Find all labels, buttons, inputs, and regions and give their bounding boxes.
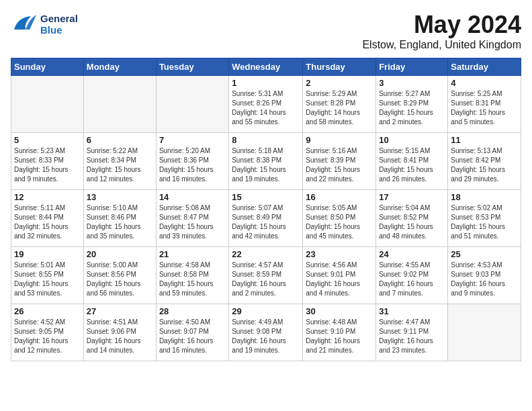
calendar-header-row: SundayMondayTuesdayWednesdayThursdayFrid… bbox=[11, 58, 521, 76]
day-info: Sunrise: 4:47 AMSunset: 9:11 PMDaylight:… bbox=[379, 318, 445, 355]
calendar-cell bbox=[156, 76, 228, 133]
calendar-cell: 23Sunrise: 4:56 AMSunset: 9:01 PMDayligh… bbox=[303, 247, 376, 304]
calendar-cell: 18Sunrise: 5:02 AMSunset: 8:53 PMDayligh… bbox=[448, 190, 521, 247]
day-number: 1 bbox=[232, 78, 300, 88]
month-title: May 2024 bbox=[362, 11, 521, 39]
day-number: 7 bbox=[159, 135, 226, 145]
calendar-cell: 30Sunrise: 4:48 AMSunset: 9:10 PMDayligh… bbox=[303, 304, 376, 361]
day-number: 17 bbox=[379, 192, 445, 202]
day-info: Sunrise: 4:48 AMSunset: 9:10 PMDaylight:… bbox=[306, 318, 373, 355]
calendar-cell bbox=[11, 76, 84, 133]
day-info: Sunrise: 5:05 AMSunset: 8:50 PMDaylight:… bbox=[306, 203, 373, 241]
calendar-cell: 13Sunrise: 5:10 AMSunset: 8:46 PMDayligh… bbox=[83, 190, 156, 247]
day-number: 11 bbox=[451, 135, 518, 145]
day-info: Sunrise: 5:11 AMSunset: 8:44 PMDaylight:… bbox=[14, 203, 81, 241]
day-info: Sunrise: 5:15 AMSunset: 8:41 PMDaylight:… bbox=[379, 146, 445, 184]
calendar-cell: 20Sunrise: 5:00 AMSunset: 8:56 PMDayligh… bbox=[83, 247, 156, 304]
week-row-3: 12Sunrise: 5:11 AMSunset: 8:44 PMDayligh… bbox=[11, 190, 521, 247]
page-header: General Blue May 2024 Elstow, England, U… bbox=[11, 11, 521, 51]
day-info: Sunrise: 5:02 AMSunset: 8:53 PMDaylight:… bbox=[451, 203, 518, 241]
day-number: 13 bbox=[87, 192, 153, 202]
day-info: Sunrise: 5:08 AMSunset: 8:47 PMDaylight:… bbox=[159, 203, 226, 241]
weekday-header-saturday: Saturday bbox=[448, 58, 521, 76]
calendar-cell: 16Sunrise: 5:05 AMSunset: 8:50 PMDayligh… bbox=[303, 190, 376, 247]
day-number: 20 bbox=[87, 249, 153, 259]
day-number: 16 bbox=[306, 192, 373, 202]
day-info: Sunrise: 4:58 AMSunset: 8:58 PMDaylight:… bbox=[159, 261, 226, 298]
day-number: 22 bbox=[232, 249, 300, 259]
day-info: Sunrise: 5:18 AMSunset: 8:38 PMDaylight:… bbox=[232, 146, 300, 184]
day-number: 6 bbox=[87, 135, 153, 145]
calendar-cell bbox=[83, 76, 156, 133]
calendar-cell: 26Sunrise: 4:52 AMSunset: 9:05 PMDayligh… bbox=[11, 304, 84, 361]
day-info: Sunrise: 5:27 AMSunset: 8:29 PMDaylight:… bbox=[379, 89, 445, 127]
weekday-header-tuesday: Tuesday bbox=[156, 58, 228, 76]
week-row-5: 26Sunrise: 4:52 AMSunset: 9:05 PMDayligh… bbox=[11, 304, 521, 361]
day-info: Sunrise: 4:57 AMSunset: 8:59 PMDaylight:… bbox=[232, 261, 300, 298]
day-info: Sunrise: 5:25 AMSunset: 8:31 PMDaylight:… bbox=[451, 89, 518, 127]
week-row-2: 5Sunrise: 5:23 AMSunset: 8:33 PMDaylight… bbox=[11, 133, 521, 190]
week-row-4: 19Sunrise: 5:01 AMSunset: 8:55 PMDayligh… bbox=[11, 247, 521, 304]
day-number: 10 bbox=[379, 135, 445, 145]
calendar-cell: 31Sunrise: 4:47 AMSunset: 9:11 PMDayligh… bbox=[376, 304, 448, 361]
calendar-cell: 19Sunrise: 5:01 AMSunset: 8:55 PMDayligh… bbox=[11, 247, 84, 304]
calendar-cell: 1Sunrise: 5:31 AMSunset: 8:26 PMDaylight… bbox=[229, 76, 303, 133]
day-number: 27 bbox=[87, 306, 153, 316]
day-info: Sunrise: 4:49 AMSunset: 9:08 PMDaylight:… bbox=[232, 318, 300, 355]
calendar-cell bbox=[448, 304, 521, 361]
day-number: 28 bbox=[159, 306, 226, 316]
day-number: 14 bbox=[159, 192, 226, 202]
day-info: Sunrise: 4:56 AMSunset: 9:01 PMDaylight:… bbox=[306, 261, 373, 298]
calendar-cell: 15Sunrise: 5:07 AMSunset: 8:49 PMDayligh… bbox=[229, 190, 303, 247]
day-number: 5 bbox=[14, 135, 81, 145]
day-info: Sunrise: 5:04 AMSunset: 8:52 PMDaylight:… bbox=[379, 203, 445, 241]
day-info: Sunrise: 5:01 AMSunset: 8:55 PMDaylight:… bbox=[14, 261, 81, 298]
day-number: 12 bbox=[14, 192, 81, 202]
logo-bird-icon bbox=[11, 11, 38, 38]
calendar-cell: 21Sunrise: 4:58 AMSunset: 8:58 PMDayligh… bbox=[156, 247, 228, 304]
day-info: Sunrise: 5:23 AMSunset: 8:33 PMDaylight:… bbox=[14, 146, 81, 184]
day-info: Sunrise: 4:53 AMSunset: 9:03 PMDaylight:… bbox=[451, 261, 518, 298]
calendar-cell: 25Sunrise: 4:53 AMSunset: 9:03 PMDayligh… bbox=[448, 247, 521, 304]
weekday-header-monday: Monday bbox=[83, 58, 156, 76]
day-info: Sunrise: 5:29 AMSunset: 8:28 PMDaylight:… bbox=[306, 89, 373, 127]
day-number: 19 bbox=[14, 249, 81, 259]
calendar-cell: 28Sunrise: 4:50 AMSunset: 9:07 PMDayligh… bbox=[156, 304, 228, 361]
day-info: Sunrise: 5:16 AMSunset: 8:39 PMDaylight:… bbox=[306, 146, 373, 184]
day-number: 15 bbox=[232, 192, 300, 202]
calendar-cell: 14Sunrise: 5:08 AMSunset: 8:47 PMDayligh… bbox=[156, 190, 228, 247]
weekday-header-thursday: Thursday bbox=[303, 58, 376, 76]
day-info: Sunrise: 5:13 AMSunset: 8:42 PMDaylight:… bbox=[451, 146, 518, 184]
logo: General Blue bbox=[11, 11, 78, 38]
calendar-cell: 4Sunrise: 5:25 AMSunset: 8:31 PMDaylight… bbox=[448, 76, 521, 133]
day-info: Sunrise: 5:10 AMSunset: 8:46 PMDaylight:… bbox=[87, 203, 153, 241]
day-info: Sunrise: 4:51 AMSunset: 9:06 PMDaylight:… bbox=[87, 318, 153, 355]
day-number: 23 bbox=[306, 249, 373, 259]
weekday-header-sunday: Sunday bbox=[11, 58, 84, 76]
calendar-table: SundayMondayTuesdayWednesdayThursdayFrid… bbox=[11, 58, 521, 361]
calendar-cell: 10Sunrise: 5:15 AMSunset: 8:41 PMDayligh… bbox=[376, 133, 448, 190]
day-info: Sunrise: 4:55 AMSunset: 9:02 PMDaylight:… bbox=[379, 261, 445, 298]
calendar-cell: 24Sunrise: 4:55 AMSunset: 9:02 PMDayligh… bbox=[376, 247, 448, 304]
calendar-cell: 9Sunrise: 5:16 AMSunset: 8:39 PMDaylight… bbox=[303, 133, 376, 190]
title-area: May 2024 Elstow, England, United Kingdom bbox=[362, 11, 521, 51]
day-info: Sunrise: 5:22 AMSunset: 8:34 PMDaylight:… bbox=[87, 146, 153, 184]
weekday-header-wednesday: Wednesday bbox=[229, 58, 303, 76]
day-number: 2 bbox=[306, 78, 373, 88]
day-number: 3 bbox=[379, 78, 445, 88]
calendar-cell: 27Sunrise: 4:51 AMSunset: 9:06 PMDayligh… bbox=[83, 304, 156, 361]
day-info: Sunrise: 5:31 AMSunset: 8:26 PMDaylight:… bbox=[232, 89, 300, 127]
day-info: Sunrise: 4:52 AMSunset: 9:05 PMDaylight:… bbox=[14, 318, 81, 355]
day-number: 24 bbox=[379, 249, 445, 259]
week-row-1: 1Sunrise: 5:31 AMSunset: 8:26 PMDaylight… bbox=[11, 76, 521, 133]
calendar-cell: 22Sunrise: 4:57 AMSunset: 8:59 PMDayligh… bbox=[229, 247, 303, 304]
calendar-cell: 17Sunrise: 5:04 AMSunset: 8:52 PMDayligh… bbox=[376, 190, 448, 247]
day-number: 8 bbox=[232, 135, 300, 145]
day-info: Sunrise: 4:50 AMSunset: 9:07 PMDaylight:… bbox=[159, 318, 226, 355]
calendar-cell: 29Sunrise: 4:49 AMSunset: 9:08 PMDayligh… bbox=[229, 304, 303, 361]
logo-text: General Blue bbox=[40, 13, 78, 36]
weekday-header-friday: Friday bbox=[376, 58, 448, 76]
calendar-cell: 7Sunrise: 5:20 AMSunset: 8:36 PMDaylight… bbox=[156, 133, 228, 190]
calendar-cell: 2Sunrise: 5:29 AMSunset: 8:28 PMDaylight… bbox=[303, 76, 376, 133]
day-number: 25 bbox=[451, 249, 518, 259]
